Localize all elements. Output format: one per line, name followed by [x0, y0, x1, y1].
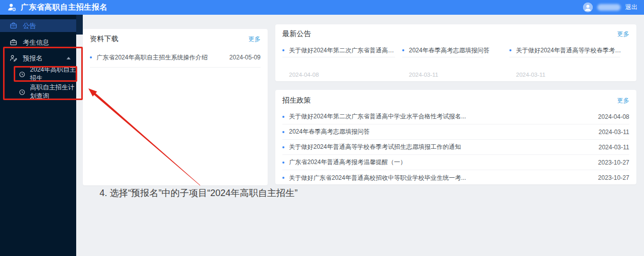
briefcase-icon: [10, 22, 17, 29]
announcement-card[interactable]: 关于做好2024年普通高等学校春季考试招生志愿 2024-03-11: [509, 46, 625, 78]
clock-icon: [19, 71, 25, 78]
policy-item-date: 2024-03-11: [599, 144, 630, 151]
bullet-dot-icon: [282, 116, 284, 118]
policy-item-date: 2024-04-08: [598, 113, 629, 120]
policy-list-item[interactable]: 关于做好2024年第二次广东省普通高中学业水平合格性考试报名... 2024-0…: [282, 109, 629, 124]
sidebar-item-candidate-info[interactable]: 考生信息: [0, 36, 76, 49]
sidebar-subitem-label: 高职自主招生计划查询: [30, 83, 76, 101]
announcement-card[interactable]: 2024年春季高考志愿填报问答 2024-03-11: [402, 46, 505, 78]
divider: [509, 57, 620, 57]
policy-item-title: 关于做好2024年第二次广东省普通高中学业水平合格性考试报名...: [289, 112, 594, 121]
sidebar-item-preregistration[interactable]: 预报名: [0, 52, 76, 65]
download-list-item[interactable]: 广东省2024年高职自主招生系统操作介绍 2024-05-09: [90, 52, 261, 63]
bullet-dot-icon: [402, 49, 404, 51]
topbar: 广东省高职自主招生报名 退出: [0, 0, 644, 15]
add-user-logo-icon: [7, 3, 17, 13]
user-edit-icon: [10, 54, 17, 62]
downloads-more-link[interactable]: 更多: [248, 35, 261, 44]
bullet-dot-icon: [282, 131, 284, 133]
bullet-dot-icon: [282, 49, 284, 51]
policy-list-item[interactable]: 广东省2024年普通高考报考温馨提醒（一） 2023-10-27: [282, 155, 629, 170]
policy-item-title: 关于做好2024年普通高等学校春季考试招生志愿填报工作的通知: [289, 143, 594, 151]
logout-button[interactable]: 退出: [625, 3, 637, 12]
announcement-date: 2024-04-08: [282, 72, 398, 78]
policy-item-date: 2023-10-27: [598, 174, 629, 181]
briefcase-icon: [10, 39, 17, 46]
announcement-card[interactable]: 关于做好2024年第二次广东省普通高中学业水平 2024-04-08: [282, 46, 398, 78]
downloads-panel-title: 资料下载: [90, 35, 118, 44]
policies-panel: 招生政策 更多 关于做好2024年第二次广东省普通高中学业水平合格性考试报名..…: [275, 90, 636, 184]
bullet-dot-icon: [282, 177, 284, 179]
username-redacted: [597, 4, 621, 11]
policy-list-item[interactable]: 关于做好2024年普通高等学校春季考试招生志愿填报工作的通知 2024-03-1…: [282, 140, 629, 155]
policies-panel-title: 招生政策: [282, 96, 311, 105]
sidebar-subitem-plan-query[interactable]: 高职自主招生计划查询: [0, 85, 76, 99]
policy-list-item[interactable]: 关于做好广东省2024年普通高校招收中等职业学校毕业生统一考... 2023-1…: [282, 170, 629, 185]
download-item-date: 2024-05-09: [230, 54, 261, 61]
policies-more-link[interactable]: 更多: [617, 97, 629, 105]
downloads-panel: 资料下载 更多 广东省2024年高职自主招生系统操作介绍 2024-05-09: [83, 29, 268, 185]
user-avatar[interactable]: [583, 3, 593, 12]
announcement-date: 2024-03-11: [402, 72, 505, 78]
sidebar-subitem-2024-enrollment[interactable]: 2024年高职自主招生: [0, 68, 76, 81]
divider: [90, 67, 261, 68]
chevron-up-icon: [67, 57, 71, 59]
policy-item-date: 2024-03-11: [599, 129, 630, 136]
announcements-more-link[interactable]: 更多: [617, 30, 629, 39]
sidebar-notch: [76, 15, 83, 35]
sidebar-item-label: 预报名: [23, 54, 43, 63]
sidebar-item-label: 考生信息: [23, 38, 49, 47]
policy-list-item[interactable]: 2024年春季高考志愿填报问答 2024-03-11: [282, 124, 629, 140]
announcements-panel: 最新公告 更多 关于做好2024年第二次广东省普通高中学业水平 2024-04-…: [275, 24, 636, 81]
announcement-title: 关于做好2024年普通高等学校春季考试招生志愿: [516, 46, 625, 55]
download-item-title: 广东省2024年高职自主招生系统操作介绍: [96, 53, 225, 62]
policy-item-title: 广东省2024年普通高考报考温馨提醒（一）: [289, 158, 594, 167]
step-caption: 4. 选择“预报名”中的子项目“2024年高职自主招生”: [100, 187, 298, 199]
divider: [402, 57, 484, 57]
sidebar-item-label: 公告: [23, 21, 36, 30]
sidebar: 公告 考生信息 预报名 2024年高职自主招生: [0, 15, 76, 256]
announcement-title: 2024年春季高考志愿填报问答: [409, 46, 490, 55]
bullet-dot-icon: [509, 49, 511, 51]
sidebar-item-announcements[interactable]: 公告: [0, 19, 79, 32]
policy-item-title: 2024年春季高考志愿填报问答: [289, 127, 594, 136]
divider: [282, 57, 395, 57]
bullet-dot-icon: [90, 56, 92, 58]
app-title: 广东省高职自主招生报名: [21, 3, 108, 12]
announcement-title: 关于做好2024年第二次广东省普通高中学业水平: [289, 46, 398, 55]
policy-item-title: 关于做好广东省2024年普通高校招收中等职业学校毕业生统一考...: [289, 174, 594, 182]
sidebar-subitem-label: 2024年高职自主招生: [30, 66, 76, 83]
policy-item-date: 2023-10-27: [598, 159, 629, 166]
bullet-dot-icon: [282, 146, 284, 148]
announcement-date: 2024-03-11: [509, 72, 625, 78]
clock-icon: [19, 89, 25, 95]
bullet-dot-icon: [282, 162, 284, 164]
announcements-panel-title: 最新公告: [282, 29, 311, 39]
